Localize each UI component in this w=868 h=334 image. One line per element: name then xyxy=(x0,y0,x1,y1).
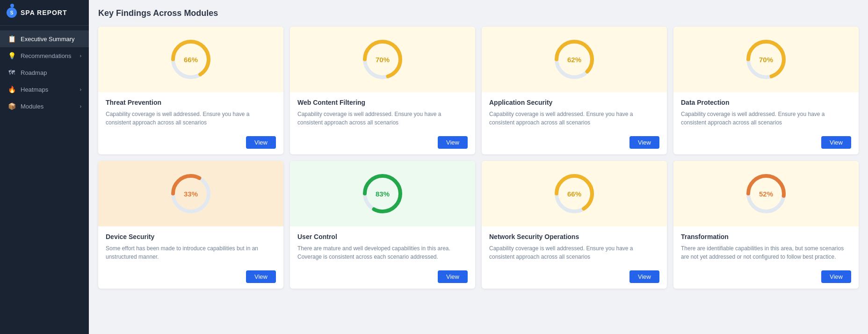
donut-label: 70% xyxy=(759,56,773,64)
card-title: User Control xyxy=(297,233,468,240)
main-content: Key Findings Across Modules 66% Threat P… xyxy=(89,0,868,334)
chevron-right-icon-3: › xyxy=(80,104,81,109)
card-body: Threat Prevention Capability coverage is… xyxy=(98,92,283,132)
donut-chart: 70% xyxy=(745,38,787,80)
card-body: Device Security Some effort has been mad… xyxy=(98,226,283,267)
roadmap-icon: 🗺 xyxy=(7,69,16,76)
card-description: Capability coverage is well addressed. E… xyxy=(297,110,468,127)
page-title: Key Findings Across Modules xyxy=(98,8,859,18)
card-title: Threat Prevention xyxy=(106,99,276,106)
card-body: Web Content Filtering Capability coverag… xyxy=(290,92,475,132)
sidebar-label-executive-summary: Executive Summary xyxy=(21,36,75,43)
sidebar-label-roadmap: Roadmap xyxy=(21,69,47,76)
card-chart-area: 83% xyxy=(290,161,475,226)
card-chart-area: 66% xyxy=(482,161,667,226)
app-logo: S SPA REPORT xyxy=(0,0,89,26)
heatmaps-icon: 🔥 xyxy=(7,86,16,93)
logo-icon: S xyxy=(7,7,17,18)
modules-icon: 📦 xyxy=(7,102,16,110)
card-footer: View xyxy=(290,267,475,289)
sidebar: S SPA REPORT 📋 Executive Summary 💡 Recom… xyxy=(0,0,89,334)
card-title: Transformation xyxy=(681,233,851,240)
card-title: Web Content Filtering xyxy=(297,99,468,106)
sidebar-item-roadmap[interactable]: 🗺 Roadmap xyxy=(0,64,89,81)
view-button-transformation[interactable]: View xyxy=(821,270,851,283)
card-description: There are mature and well developed capa… xyxy=(297,244,468,261)
card-description: Capability coverage is well addressed. E… xyxy=(106,110,276,127)
card-title: Device Security xyxy=(106,233,276,240)
card-transformation: 52% Transformation There are identifiabl… xyxy=(673,161,859,289)
card-footer: View xyxy=(482,132,667,154)
donut-label: 83% xyxy=(376,190,390,198)
sidebar-item-executive-summary[interactable]: 📋 Executive Summary xyxy=(0,30,89,47)
cards-grid: 66% Threat Prevention Capability coverag… xyxy=(98,27,859,289)
card-description: Capability coverage is well addressed. E… xyxy=(489,110,659,127)
donut-label: 62% xyxy=(567,56,581,64)
sidebar-label-recommendations: Recommendations xyxy=(21,52,71,59)
card-web-content-filtering: 70% Web Content Filtering Capability cov… xyxy=(290,27,475,154)
card-description: There are identifiable capabilities in t… xyxy=(681,244,851,261)
view-button-data-protection[interactable]: View xyxy=(821,136,851,149)
view-button-web-content-filtering[interactable]: View xyxy=(438,136,468,149)
donut-chart: 62% xyxy=(553,38,595,80)
card-network-security-operations: 66% Network Security Operations Capabili… xyxy=(482,161,667,289)
card-chart-area: 52% xyxy=(673,161,859,226)
chevron-right-icon-2: › xyxy=(80,87,81,92)
card-footer: View xyxy=(673,132,859,154)
card-application-security: 62% Application Security Capability cove… xyxy=(482,27,667,154)
donut-label: 66% xyxy=(184,56,198,64)
sidebar-nav: 📋 Executive Summary 💡 Recommendations › … xyxy=(0,26,89,334)
card-body: User Control There are mature and well d… xyxy=(290,226,475,267)
card-description: Some effort has been made to introduce c… xyxy=(106,244,276,261)
card-chart-area: 70% xyxy=(673,27,859,92)
card-chart-area: 62% xyxy=(482,27,667,92)
donut-chart: 52% xyxy=(745,173,787,215)
executive-summary-icon: 📋 xyxy=(7,35,16,43)
card-footer: View xyxy=(673,267,859,289)
donut-label: 33% xyxy=(184,190,198,198)
donut-chart: 33% xyxy=(170,173,212,215)
donut-label: 66% xyxy=(567,190,581,198)
card-user-control: 83% User Control There are mature and we… xyxy=(290,161,475,289)
view-button-threat-prevention[interactable]: View xyxy=(246,136,276,149)
card-footer: View xyxy=(98,132,283,154)
card-chart-area: 33% xyxy=(98,161,283,226)
view-button-user-control[interactable]: View xyxy=(438,270,468,283)
app-name: SPA REPORT xyxy=(21,9,67,16)
card-description: Capability coverage is well addressed. E… xyxy=(489,244,659,261)
sidebar-item-recommendations[interactable]: 💡 Recommendations › xyxy=(0,47,89,64)
card-footer: View xyxy=(290,132,475,154)
card-footer: View xyxy=(98,267,283,289)
view-button-device-security[interactable]: View xyxy=(246,270,276,283)
chevron-right-icon: › xyxy=(80,53,81,58)
sidebar-label-heatmaps: Heatmaps xyxy=(21,86,48,93)
card-body: Network Security Operations Capability c… xyxy=(482,226,667,267)
recommendations-icon: 💡 xyxy=(7,52,16,59)
donut-label: 70% xyxy=(376,56,390,64)
card-threat-prevention: 66% Threat Prevention Capability coverag… xyxy=(98,27,283,154)
donut-label: 52% xyxy=(759,190,773,198)
card-title: Network Security Operations xyxy=(489,233,659,240)
view-button-application-security[interactable]: View xyxy=(629,136,659,149)
card-body: Data Protection Capability coverage is w… xyxy=(673,92,859,132)
view-button-network-security-operations[interactable]: View xyxy=(629,270,659,283)
donut-chart: 83% xyxy=(362,173,404,215)
card-description: Capability coverage is well addressed. E… xyxy=(681,110,851,127)
card-footer: View xyxy=(482,267,667,289)
donut-chart: 70% xyxy=(362,38,404,80)
notification-dot xyxy=(10,4,14,7)
donut-chart: 66% xyxy=(170,38,212,80)
card-device-security: 33% Device Security Some effort has been… xyxy=(98,161,283,289)
card-data-protection: 70% Data Protection Capability coverage … xyxy=(673,27,859,154)
sidebar-label-modules: Modules xyxy=(21,103,43,110)
card-chart-area: 70% xyxy=(290,27,475,92)
card-title: Data Protection xyxy=(681,99,851,106)
card-title: Application Security xyxy=(489,99,659,106)
card-body: Application Security Capability coverage… xyxy=(482,92,667,132)
sidebar-item-heatmaps[interactable]: 🔥 Heatmaps › xyxy=(0,81,89,98)
donut-chart: 66% xyxy=(553,173,595,215)
card-chart-area: 66% xyxy=(98,27,283,92)
sidebar-item-modules[interactable]: 📦 Modules › xyxy=(0,98,89,115)
card-body: Transformation There are identifiable ca… xyxy=(673,226,859,267)
